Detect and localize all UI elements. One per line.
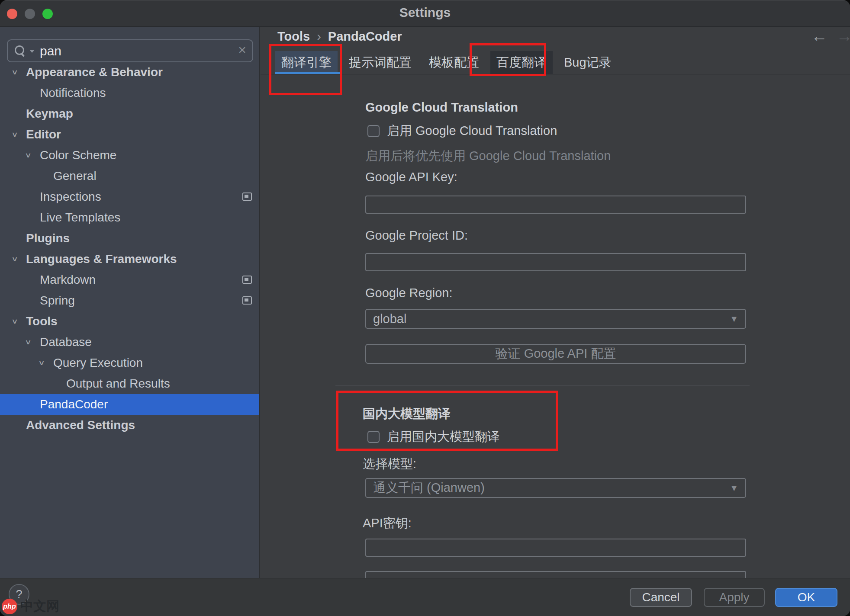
ok-button[interactable]: OK <box>775 588 837 607</box>
settings-sidebar: × ∨Appearance & Behavior Notifications K… <box>0 27 260 578</box>
sidebar-item-label: General <box>53 169 97 183</box>
sidebar-item-label: Editor <box>26 128 61 141</box>
breadcrumb-separator-icon: › <box>317 29 321 43</box>
annotation-box-translation-engine-tab <box>269 44 342 95</box>
section-divider <box>335 385 750 385</box>
tab-label: Bug记录 <box>564 54 612 71</box>
sidebar-item-live-templates[interactable]: Live Templates <box>0 207 259 228</box>
section-header-google-cloud-translation: Google Cloud Translation <box>365 100 518 115</box>
cancel-button[interactable]: Cancel <box>630 588 692 607</box>
cancel-button-label: Cancel <box>642 590 679 604</box>
select-model-dropdown[interactable]: 通义千问 (Qianwen) ▼ <box>365 478 746 498</box>
sidebar-item-editor[interactable]: ∨Editor <box>0 124 259 145</box>
chevron-down-icon[interactable]: ∨ <box>11 127 18 142</box>
chevron-down-icon[interactable]: ∨ <box>11 252 18 267</box>
sidebar-item-label: Notifications <box>40 86 106 100</box>
forward-arrow-icon: → <box>836 27 850 45</box>
google-region-dropdown[interactable]: global ▼ <box>365 309 746 329</box>
apply-button-label: Apply <box>719 590 749 604</box>
clear-search-icon[interactable]: × <box>238 42 246 58</box>
sidebar-item-label: Live Templates <box>40 211 120 225</box>
sidebar-item-notifications[interactable]: Notifications <box>0 83 259 103</box>
api-secret-input[interactable] <box>365 539 746 557</box>
chevron-down-icon: ▼ <box>730 314 738 324</box>
verify-google-api-button[interactable]: 验证 Google API 配置 <box>365 344 746 364</box>
breadcrumb: Tools›PandaCoder <box>277 29 402 44</box>
chevron-down-icon[interactable]: ∨ <box>25 335 32 350</box>
breadcrumb-pandacoder: PandaCoder <box>328 29 402 43</box>
search-box[interactable]: × <box>7 39 253 62</box>
enable-google-translation-row: 启用 Google Cloud Translation <box>367 122 557 140</box>
google-api-key-input[interactable] <box>365 196 746 214</box>
chevron-down-icon[interactable]: ∨ <box>11 65 18 80</box>
google-project-id-label: Google Project ID: <box>365 228 468 243</box>
sidebar-item-languages-frameworks[interactable]: ∨Languages & Frameworks <box>0 249 259 270</box>
sidebar-item-query-execution[interactable]: ∨Query Execution <box>0 353 259 373</box>
sidebar-item-label: Query Execution <box>53 356 143 370</box>
tab-label: 提示词配置 <box>349 54 412 71</box>
google-project-id-input[interactable] <box>365 253 746 271</box>
sidebar-item-plugins[interactable]: Plugins <box>0 228 259 249</box>
chevron-down-icon: ▼ <box>730 483 738 493</box>
sidebar-item-label: Keymap <box>26 107 73 121</box>
watermark-text: 中文网 <box>20 597 59 615</box>
search-options-caret-icon[interactable] <box>29 50 35 53</box>
pane-settings-icon <box>242 296 252 305</box>
sidebar-item-appearance-behavior[interactable]: ∨Appearance & Behavior <box>0 62 259 83</box>
sidebar-item-pandacoder[interactable]: PandaCoder <box>0 394 259 415</box>
sidebar-item-database[interactable]: ∨Database <box>0 332 259 353</box>
sidebar-item-label: Tools <box>26 314 58 328</box>
sidebar-item-output-and-results[interactable]: Output and Results <box>0 373 259 394</box>
chevron-down-icon[interactable]: ∨ <box>11 314 18 329</box>
sidebar-item-label: Output and Results <box>66 377 170 391</box>
tab-prompt-config[interactable]: 提示词配置 <box>343 51 418 74</box>
sidebar-item-label: PandaCoder <box>40 398 108 411</box>
sidebar-item-label: Languages & Frameworks <box>26 252 177 266</box>
sidebar-item-label: Markdown <box>40 273 96 287</box>
api-secret-label: API密钥: <box>363 515 412 532</box>
sidebar-item-label: Database <box>40 335 92 349</box>
enable-google-translation-label: 启用 Google Cloud Translation <box>387 122 557 140</box>
google-api-key-label: Google API Key: <box>365 170 457 184</box>
titlebar: Settings <box>0 0 850 27</box>
watermark: php 中文网 <box>2 597 59 615</box>
sidebar-item-advanced-settings[interactable]: Advanced Settings <box>0 415 259 436</box>
search-input[interactable] <box>40 41 230 61</box>
settings-content-pane: Tools›PandaCoder ← → 翻译引擎 提示词配置 模板配置 百度翻… <box>261 27 850 578</box>
verify-google-api-button-label: 验证 Google API 配置 <box>496 345 616 363</box>
chevron-down-icon[interactable]: ∨ <box>38 356 45 371</box>
apply-button[interactable]: Apply <box>704 588 765 607</box>
breadcrumb-tools[interactable]: Tools <box>277 29 310 43</box>
php-logo-icon: php <box>2 599 17 614</box>
chevron-down-icon[interactable]: ∨ <box>25 148 32 163</box>
sidebar-item-color-scheme[interactable]: ∨Color Scheme <box>0 145 259 166</box>
sidebar-item-general[interactable]: General <box>0 166 259 186</box>
sidebar-item-keymap[interactable]: Keymap <box>0 103 259 124</box>
search-icon <box>15 45 27 58</box>
sidebar-item-tools[interactable]: ∨Tools <box>0 311 259 332</box>
settings-window: Settings × ∨Appearance & Behavior Notifi… <box>0 0 850 616</box>
sidebar-item-label: Spring <box>40 294 75 308</box>
pane-settings-icon <box>242 192 252 201</box>
annotation-box-baidu-tab <box>470 43 546 76</box>
sidebar-item-markdown[interactable]: Markdown <box>0 270 259 290</box>
sidebar-item-label: Color Scheme <box>40 148 116 162</box>
back-arrow-icon[interactable]: ← <box>811 27 827 45</box>
tabs-separator <box>261 74 850 74</box>
sidebar-item-label: Plugins <box>26 231 70 245</box>
tab-bug-log[interactable]: Bug记录 <box>558 51 618 74</box>
select-model-value: 通义千问 (Qianwen) <box>373 479 485 497</box>
select-model-label: 选择模型: <box>363 456 416 473</box>
next-field-input[interactable] <box>365 571 746 578</box>
dialog-footer: ? Cancel Apply OK <box>0 578 850 616</box>
enable-google-translation-checkbox[interactable] <box>367 125 380 137</box>
sidebar-item-spring[interactable]: Spring <box>0 290 259 311</box>
google-region-label: Google Region: <box>365 286 453 300</box>
ok-button-label: OK <box>798 590 815 604</box>
google-translation-hint: 启用后将优先使用 Google Cloud Translation <box>365 148 611 165</box>
sidebar-item-inspections[interactable]: Inspections <box>0 186 259 207</box>
window-title: Settings <box>0 5 850 20</box>
annotation-box-domestic-llm-section <box>336 391 558 451</box>
sidebar-item-label: Inspections <box>40 190 101 204</box>
pane-settings-icon <box>242 276 252 284</box>
